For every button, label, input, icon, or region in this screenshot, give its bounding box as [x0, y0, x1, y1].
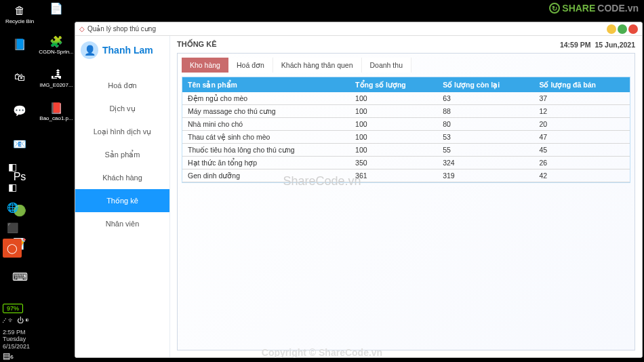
desktop-icon[interactable]: 🗑Recycle Bin [3, 3, 37, 33]
table-header-cell: Số lượng đã bán [534, 77, 630, 92]
desktop-icon[interactable]: 🛍 [3, 69, 37, 100]
tab[interactable]: Kho hàng [182, 58, 228, 73]
table-cell: 100 [350, 105, 437, 118]
table-cell: 100 [350, 118, 437, 131]
desktop-icon-glyph: 📄 [48, 0, 64, 16]
window-title: Quản lý shop thú cưng [87, 25, 156, 33]
taskbar-left: ◧◧🌐⬛◯ [0, 156, 24, 259]
table-cell: Nhà mini cho chó [182, 118, 350, 131]
desktop-icon-glyph: 🗑 [12, 3, 28, 19]
table-row[interactable]: Máy massage cho thú cưng1008812 [182, 105, 630, 118]
table-row[interactable]: Đệm ngủ cho mèo1006337 [182, 92, 630, 105]
table-cell: 350 [350, 157, 437, 169]
tab-bar: Kho hàngHoá đơnKhách hàng thân quenDoanh… [182, 58, 630, 73]
sidebar-item[interactable]: Thống kê [75, 189, 169, 212]
table-header-cell: Tên sản phẩm [182, 77, 350, 92]
table-cell: 361 [350, 169, 437, 182]
desktop-icon[interactable]: 🏞IMG_E0207... [39, 66, 73, 97]
taskbar-item[interactable]: ◧ [3, 178, 22, 197]
desktop-icon[interactable]: 📄 [39, 0, 73, 31]
page-title: THỐNG KÊ [177, 40, 217, 49]
table-cell: 100 [350, 92, 437, 105]
desktop-icon-label: Recycle Bin [5, 19, 34, 24]
desktop-icon[interactable]: 💬 [3, 102, 37, 133]
sidebar: 👤 Thanh Lam Hoá đơnDịch vụLoại hình dịch… [75, 36, 170, 357]
start-button[interactable]: ▤₆ [3, 351, 14, 361]
table-cell: 100 [350, 131, 437, 144]
sidebar-item[interactable]: Loại hình dịch vụ [75, 120, 169, 143]
tab[interactable]: Khách hàng thân quen [273, 58, 362, 73]
header-date: 15 Jun,2021 [595, 41, 635, 49]
desktop-icon-label: CGDN-Sprin... [39, 49, 74, 55]
table-row[interactable]: Hạt thức ăn tổng hợp35032426 [182, 157, 630, 169]
taskbar-item[interactable]: ◧ [3, 157, 22, 176]
table-wrap: Tên sản phẩmTổng số lượngSố lượng còn lạ… [182, 77, 630, 183]
table-cell: 324 [437, 157, 534, 169]
desktop-icon[interactable]: 📕Bao_cao1.p... [39, 100, 73, 130]
table-cell: 80 [437, 118, 534, 131]
tab[interactable]: Hoá đơn [228, 58, 273, 73]
sidebar-item[interactable]: Nhân viên [75, 212, 169, 235]
desktop-icon-glyph: 💬 [12, 102, 28, 119]
table-cell: Thau cát vệ sinh cho mèo [182, 131, 350, 144]
clock-date: 6/15/2021 [3, 343, 30, 350]
desktop-icon-glyph: 📕 [48, 100, 64, 116]
sidebar-item[interactable]: Khách hàng [75, 166, 169, 189]
inventory-table: Tên sản phẩmTổng số lượngSố lượng còn lạ… [182, 77, 630, 182]
desktop-icon[interactable]: ⌨ [3, 268, 37, 299]
table-cell: 88 [437, 105, 534, 118]
sidebar-item[interactable]: Dịch vụ [75, 97, 169, 120]
battery-indicator: 97% [3, 304, 23, 313]
table-cell: Thuốc tiêu hóa lông cho thú cưng [182, 144, 350, 157]
user-box: 👤 Thanh Lam [75, 36, 169, 67]
table-cell: Đệm ngủ cho mèo [182, 92, 350, 105]
desktop-icon-glyph: 🛍 [12, 69, 28, 85]
table-row[interactable]: Thau cát vệ sinh cho mèo1005347 [182, 131, 630, 144]
content-area: THỐNG KÊ 14:59 PM 15 Jun,2021 Kho hàngHo… [170, 36, 642, 357]
table-cell: 12 [534, 105, 630, 118]
table-row[interactable]: Gen dinh dưỡng36131942 [182, 169, 630, 182]
desktop-icon-label: Bao_cao1.p... [39, 116, 73, 121]
clock-time: 2:59 PM [3, 329, 30, 336]
taskbar-item[interactable]: ⬛ [3, 218, 22, 237]
desktop-icon-label: IMG_E0207... [39, 83, 73, 88]
desktop-icon-glyph: 📘 [12, 36, 28, 52]
app-window: ◇ Quản lý shop thú cưng 👤 Thanh Lam Hoá … [75, 22, 643, 358]
header-time: 14:59 PM [560, 41, 591, 49]
table-cell: 53 [437, 131, 534, 144]
table-cell: 26 [534, 157, 630, 169]
avatar: 👤 [81, 41, 98, 59]
table-cell: 20 [534, 118, 630, 131]
desktop-icon[interactable]: 📘 [3, 36, 37, 66]
window-close-button[interactable] [628, 24, 638, 34]
sidebar-nav: Hoá đơnDịch vụLoại hình dịch vụSản phẩmK… [75, 74, 169, 235]
window-maximize-button[interactable] [618, 24, 627, 34]
table-row[interactable]: Nhà mini cho chó1008020 [182, 118, 630, 131]
desktop-icon-glyph: 📧 [12, 136, 28, 152]
desktop-icon-glyph: ⌨ [12, 268, 28, 285]
desktop-icon-glyph: 🧩 [48, 33, 64, 49]
table-cell: 100 [350, 144, 437, 157]
window-minimize-button[interactable] [607, 24, 616, 34]
taskbar-item[interactable]: ◯ [3, 239, 22, 258]
taskbar-clock: 2:59 PM Tuesday 6/15/2021 [3, 329, 30, 350]
table-cell: 47 [534, 131, 630, 144]
table-header-cell: Số lượng còn lại [437, 77, 534, 92]
table-cell: 55 [437, 144, 534, 157]
sidebar-item[interactable]: Sản phẩm [75, 143, 169, 166]
watermark-top: ↻ SHARECODE.vn [549, 3, 639, 14]
table-cell: Gen dinh dưỡng [182, 169, 350, 182]
sidebar-item[interactable]: Hoá đơn [75, 74, 169, 97]
table-cell: 63 [437, 92, 534, 105]
table-row[interactable]: Thuốc tiêu hóa lông cho thú cưng1005545 [182, 144, 630, 157]
tab[interactable]: Doanh thu [362, 58, 411, 73]
taskbar-item[interactable]: 🌐 [3, 198, 22, 217]
window-titlebar: ◇ Quản lý shop thú cưng [75, 22, 642, 36]
stats-panel: Kho hàngHoá đơnKhách hàng thân quenDoanh… [177, 53, 635, 350]
table-cell: 45 [534, 144, 630, 157]
table-cell: 319 [437, 169, 534, 182]
table-cell: Máy massage cho thú cưng [182, 105, 350, 118]
desktop-icon-glyph: 🏞 [48, 66, 64, 83]
desktop-icon[interactable]: 🧩CGDN-Sprin... [39, 33, 73, 64]
table-cell: 37 [534, 92, 630, 105]
